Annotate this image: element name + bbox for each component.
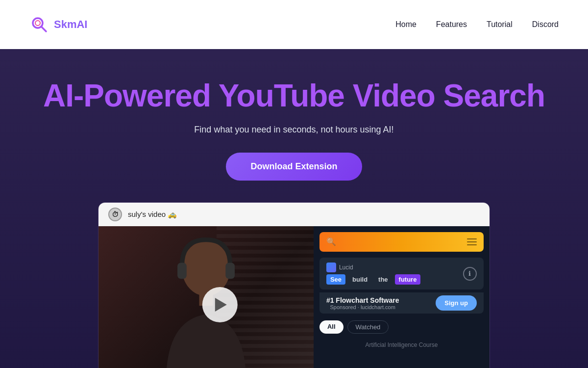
nav-home[interactable]: Home [395,20,416,29]
ad-headline: See build the future [326,274,421,285]
search-icon: 🔍 [326,237,336,247]
play-button[interactable] [202,287,238,322]
video-thumbnail[interactable] [98,226,314,368]
video-header-bar: ⏱ suly's video 🚕 [98,203,490,226]
ad-signup-button[interactable]: Sign up [436,295,477,311]
ad-word-future: future [395,274,421,285]
channel-name: suly's video 🚕 [128,210,177,219]
ad-details-row: #1 Flowchart Software Sponsored · lucidc… [319,292,484,314]
hero-title: AI-Powered YouTube Video Search [10,79,578,113]
logo-text: SkmAI [54,18,87,31]
filter-tab-all[interactable]: All [319,320,343,334]
site-header: SkmAI Home Features Tutorial Discord [0,0,588,49]
svg-rect-5 [225,263,235,279]
ad-sponsored-label: Sponsored · lucidchart.com [326,304,399,310]
main-nav: Home Features Tutorial Discord [395,20,559,29]
ad-word-see: See [326,274,345,285]
extension-bottom-text: Artificial Intelligence Course [314,339,490,351]
ad-content-left: Lucid See build the future [326,263,421,285]
search-left: 🔍 [326,237,336,247]
ad-company-info: #1 Flowchart Software Sponsored · lucidc… [326,296,399,310]
filter-tab-watched[interactable]: Watched [347,320,389,334]
video-preview: ⏱ suly's video 🚕 [98,202,490,368]
extension-panel: 🔍 Lucid [314,226,490,368]
logo-icon [29,15,49,34]
play-icon [215,298,227,312]
logo[interactable]: SkmAI [29,15,87,34]
filter-tabs: All Watched [314,315,490,339]
ad-brand-name: Lucid [339,264,353,271]
channel-avatar: ⏱ [108,208,122,221]
ad-word-the: the [374,274,392,285]
nav-discord[interactable]: Discord [532,20,559,29]
svg-line-1 [41,26,46,31]
download-extension-button[interactable]: Download Extension [226,153,362,181]
hero-subtitle: Find what you need in seconds, not hours… [10,125,578,135]
ad-company-name: #1 Flowchart Software [326,296,399,304]
nav-features[interactable]: Features [436,20,467,29]
ad-banner-top: Lucid See build the future ℹ [319,258,484,289]
extension-search-bar[interactable]: 🔍 [319,232,484,252]
ad-info-icon[interactable]: ℹ [463,267,477,281]
ad-logo: Lucid [326,263,421,272]
hero-section: AI-Powered YouTube Video Search Find wha… [0,49,588,368]
svg-point-2 [35,21,40,26]
ad-word-build: build [348,274,371,285]
video-content-area: 🔍 Lucid [98,226,490,368]
hamburger-menu-icon[interactable] [467,238,477,245]
nav-tutorial[interactable]: Tutorial [487,20,513,29]
lucid-logo-badge [326,263,336,272]
svg-rect-4 [177,263,187,279]
